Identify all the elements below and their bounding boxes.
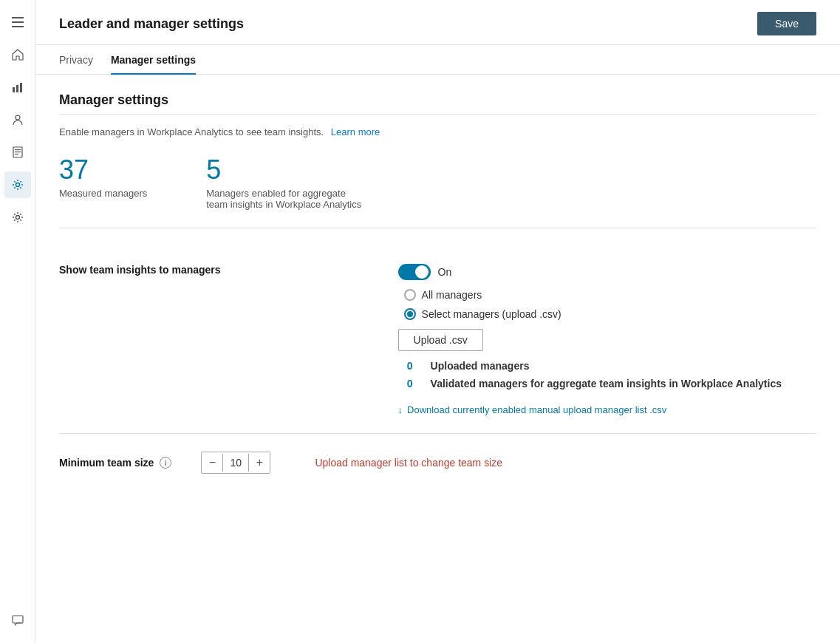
section-title: Manager settings (59, 92, 816, 108)
main-content: Leader and manager settings Save Privacy… (35, 0, 840, 643)
download-icon: ↓ (398, 404, 403, 415)
stepper-increment[interactable]: + (249, 452, 270, 473)
content-area: Manager settings Enable managers in Work… (35, 75, 840, 643)
upload-stat-row-2: 0 Validated managers for aggregate team … (398, 378, 782, 389)
stat-measured-managers: 37 Measured managers (59, 155, 147, 210)
min-team-size-label: Minimum team size i (59, 457, 171, 469)
toggle-row: On (398, 264, 782, 280)
svg-rect-1 (12, 21, 24, 23)
upload-csv-button[interactable]: Upload .csv (398, 329, 483, 351)
stat-number-measured: 37 (59, 155, 147, 185)
header: Leader and manager settings Save (35, 0, 840, 45)
page-title: Leader and manager settings (59, 16, 244, 32)
manager-radio-group: All managers Select managers (upload .cs… (404, 289, 782, 320)
download-manager-list-link[interactable]: ↓ Download currently enabled manual uplo… (398, 404, 782, 415)
stat-label-enabled: Managers enabled for aggregate team insi… (206, 188, 369, 210)
upload-stat-row-1: 0 Uploaded managers (398, 360, 782, 372)
radio-all-managers[interactable]: All managers (404, 289, 782, 301)
stepper-value: 10 (222, 454, 249, 472)
learn-more-link[interactable]: Learn more (331, 126, 380, 137)
radio-circle-select (404, 308, 416, 320)
svg-rect-13 (13, 616, 23, 623)
sidebar-icon-home[interactable] (4, 41, 31, 68)
show-team-insights-section: Show team insights to managers On All ma… (59, 246, 816, 434)
validated-managers-count: 0 (398, 378, 413, 389)
sidebar-icon-reports[interactable] (4, 139, 31, 166)
svg-rect-0 (12, 17, 24, 18)
team-insights-toggle[interactable] (398, 264, 431, 280)
svg-point-12 (16, 216, 19, 220)
minimum-team-size-section: Minimum team size i − 10 + Upload manage… (59, 434, 816, 491)
sidebar (0, 0, 35, 643)
team-size-stepper: − 10 + (201, 452, 270, 474)
info-icon[interactable]: i (160, 457, 171, 469)
stats-row: 37 Measured managers 5 Managers enabled … (59, 155, 816, 228)
min-team-label-text: Minimum team size (59, 457, 154, 469)
stepper-decrement[interactable]: − (202, 452, 222, 473)
svg-rect-8 (15, 149, 21, 150)
settings-controls: On All managers Select managers (upload … (398, 264, 782, 415)
svg-rect-10 (15, 154, 18, 154)
section-description: Enable managers in Workplace Analytics t… (59, 126, 816, 137)
svg-point-6 (16, 115, 20, 120)
radio-select-managers[interactable]: Select managers (upload .csv) (404, 308, 782, 320)
stat-label-measured: Measured managers (59, 188, 147, 199)
svg-rect-3 (13, 87, 15, 92)
sidebar-icon-people[interactable] (4, 106, 31, 133)
radio-label-select: Select managers (upload .csv) (422, 308, 561, 320)
validated-managers-label: Validated managers for aggregate team in… (431, 378, 782, 389)
sidebar-icon-chart[interactable] (4, 74, 31, 101)
description-text: Enable managers in Workplace Analytics t… (59, 126, 324, 137)
radio-label-all: All managers (422, 289, 482, 301)
uploaded-managers-count: 0 (398, 360, 413, 372)
tab-privacy[interactable]: Privacy (59, 45, 93, 75)
section-divider (59, 114, 816, 115)
stat-enabled-managers: 5 Managers enabled for aggregate team in… (206, 155, 369, 210)
tab-manager-settings[interactable]: Manager settings (111, 45, 196, 75)
uploaded-managers-label: Uploaded managers (431, 360, 530, 372)
sidebar-icon-settings2[interactable] (4, 204, 31, 231)
upload-stats: 0 Uploaded managers 0 Validated managers… (398, 360, 782, 389)
sidebar-icon-settings-active[interactable] (4, 171, 31, 198)
stat-number-enabled: 5 (206, 155, 369, 185)
radio-circle-all (404, 289, 416, 301)
svg-rect-2 (12, 26, 24, 27)
svg-rect-5 (20, 83, 22, 92)
sidebar-icon-feedback[interactable] (4, 608, 31, 634)
tabs-bar: Privacy Manager settings (35, 45, 840, 75)
svg-point-11 (16, 183, 19, 187)
download-link-text: Download currently enabled manual upload… (407, 404, 666, 415)
show-team-insights-label: Show team insights to managers (59, 264, 221, 276)
svg-rect-4 (16, 85, 18, 92)
toggle-on-label: On (438, 266, 452, 278)
save-button[interactable]: Save (757, 12, 816, 35)
settings-row: Show team insights to managers On All ma… (59, 264, 816, 415)
svg-rect-9 (15, 152, 21, 152)
sidebar-icon-menu[interactable] (4, 9, 31, 35)
upload-change-label: Upload manager list to change team size (315, 457, 502, 469)
